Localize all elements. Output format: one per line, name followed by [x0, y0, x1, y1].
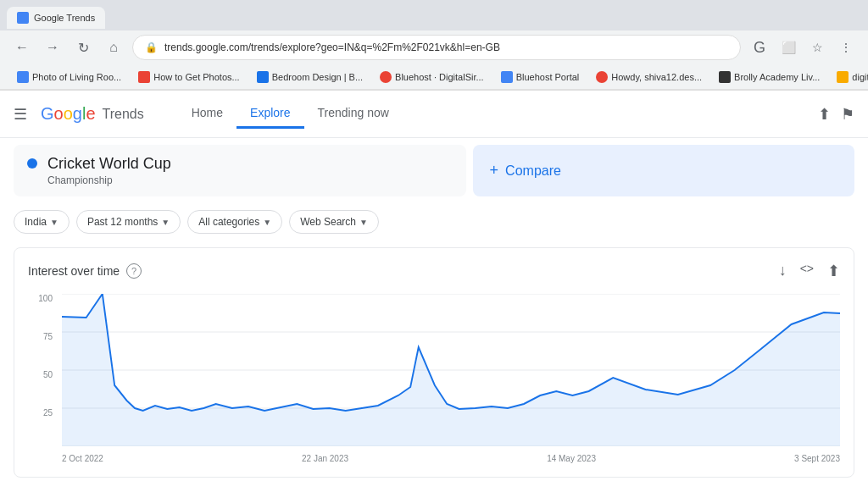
filter-country[interactable]: India ▼: [14, 210, 70, 234]
bookmark-icon: [501, 71, 513, 83]
bookmark-howdy[interactable]: Howdy, shiva12.des...: [589, 69, 709, 85]
share-chart-icon[interactable]: ⬆: [827, 262, 840, 280]
filter-time-label: Past 12 months: [87, 216, 158, 228]
bookmark-label: Photo of Living Roo...: [32, 72, 121, 82]
address-text: trends.google.com/trends/explore?geo=IN&…: [164, 41, 728, 53]
bookmark-icon: [596, 71, 608, 83]
tab-bar: Google Trends: [0, 0, 868, 30]
bookmark-label: digital marketing: [852, 72, 868, 82]
google-logo: Google: [41, 104, 96, 124]
chevron-down-icon: ▼: [359, 218, 368, 227]
extensions-button[interactable]: ⬜: [776, 36, 800, 59]
chart-section: Interest over time ? ↓ <> ⬆ 100 75 50 25: [14, 247, 854, 478]
chevron-down-icon: ▼: [263, 218, 271, 227]
filter-country-label: India: [25, 216, 47, 228]
bookmark-brolly[interactable]: Brolly Academy Liv...: [712, 69, 826, 85]
lock-icon: 🔒: [145, 41, 158, 53]
share-icon[interactable]: ⬆: [818, 105, 831, 124]
browser-chrome: Google Trends ← → ↻ ⌂ 🔒 trends.google.co…: [0, 0, 868, 91]
topic-dot: [27, 158, 37, 169]
back-button[interactable]: ←: [10, 36, 34, 59]
compare-label: Compare: [505, 163, 561, 179]
x-label-may: 14 May 2023: [547, 454, 596, 463]
chart-action-icons: ↓ <> ⬆: [779, 262, 840, 280]
download-icon[interactable]: ↓: [779, 262, 787, 280]
chart-svg: [62, 294, 840, 446]
x-label-oct: 2 Oct 2022: [62, 454, 103, 463]
bookmark-label: Brolly Academy Liv...: [734, 72, 820, 82]
forward-button[interactable]: →: [41, 36, 64, 59]
chart-area: 100 75 50 25 2: [28, 294, 840, 463]
bookmark-icon: [138, 71, 150, 83]
bookmark-icon: [380, 71, 392, 83]
chart-title-area: Interest over time ?: [28, 263, 142, 279]
x-label-jan: 22 Jan 2023: [302, 454, 348, 463]
bookmarks-bar: Photo of Living Roo... How to Get Photos…: [0, 64, 868, 90]
top-row: Cricket World Cup Championship + Compare: [14, 145, 854, 196]
address-bar[interactable]: 🔒 trends.google.com/trends/explore?geo=I…: [132, 35, 741, 60]
bookmark-icon: [837, 71, 849, 83]
nav-home[interactable]: Home: [178, 99, 236, 129]
bookmark-digital[interactable]: digital marketing: [830, 69, 868, 85]
chart-title-text: Interest over time: [28, 264, 120, 278]
nav-icons: G ⬜ ☆ ⋮: [748, 36, 858, 59]
y-label-100: 100: [38, 294, 53, 303]
google-account-button[interactable]: G: [748, 36, 771, 59]
chart-header: Interest over time ? ↓ <> ⬆: [28, 262, 840, 280]
topic-info: Cricket World Cup Championship: [47, 155, 171, 186]
nav-explore[interactable]: Explore: [236, 99, 303, 129]
menu-hamburger[interactable]: ☰: [14, 105, 27, 124]
y-label-50: 50: [43, 370, 53, 379]
bookmark-label: Howdy, shiva12.des...: [611, 72, 702, 82]
x-label-sept: 3 Sept 2023: [794, 454, 840, 463]
topic-card: Cricket World Cup Championship: [14, 145, 466, 196]
bookmark-icon: [17, 71, 29, 83]
bookmark-icon: [719, 71, 731, 83]
chevron-down-icon: ▼: [50, 218, 58, 227]
filters-row: India ▼ Past 12 months ▼ All categories …: [0, 203, 868, 240]
bookmark-label: Bluehost · DigitalSir...: [395, 72, 484, 82]
embed-icon[interactable]: <>: [800, 262, 814, 280]
bookmark-bedroom[interactable]: Bedroom Design | B...: [250, 69, 370, 85]
page-content: ☰ Google Trends Home Explore Trending no…: [0, 91, 868, 492]
chevron-down-icon: ▼: [161, 218, 170, 227]
help-icon[interactable]: ?: [126, 263, 142, 279]
home-button[interactable]: ⌂: [102, 36, 125, 59]
tab-favicon: [17, 12, 29, 24]
tab-title: Google Trends: [34, 13, 95, 23]
filter-category[interactable]: All categories ▼: [187, 210, 282, 234]
filter-category-label: All categories: [198, 216, 259, 228]
compare-plus-icon: +: [490, 162, 499, 180]
gt-header: ☰ Google Trends Home Explore Trending no…: [0, 91, 868, 138]
refresh-button[interactable]: ↻: [71, 36, 95, 59]
compare-card[interactable]: + Compare: [473, 145, 854, 196]
y-axis: 100 75 50 25: [28, 294, 58, 446]
bookmark-label: How to Get Photos...: [153, 72, 240, 82]
filter-search-type[interactable]: Web Search ▼: [289, 210, 379, 234]
bookmark-bluehost[interactable]: Bluehost · DigitalSir...: [373, 69, 491, 85]
nav-bar: ← → ↻ ⌂ 🔒 trends.google.com/trends/explo…: [0, 30, 868, 64]
bookmark-icon: [257, 71, 269, 83]
gt-header-right: ⬆ ⚑: [818, 105, 854, 124]
bookmark-photo[interactable]: Photo of Living Roo...: [10, 69, 128, 85]
filter-search-label: Web Search: [300, 216, 356, 228]
topic-subtitle: Championship: [47, 174, 171, 186]
gt-logo: Google Trends: [41, 104, 144, 124]
active-tab[interactable]: Google Trends: [7, 7, 105, 29]
y-label-25: 25: [43, 408, 53, 417]
y-label-75: 75: [43, 332, 53, 341]
gt-nav: Home Explore Trending now: [178, 99, 403, 129]
bookmark-bluehost-portal[interactable]: Bluehost Portal: [494, 69, 587, 85]
nav-trending[interactable]: Trending now: [304, 99, 403, 129]
x-axis: 2 Oct 2022 22 Jan 2023 14 May 2023 3 Sep…: [62, 454, 840, 463]
bookmark-button[interactable]: ☆: [805, 36, 829, 59]
trends-label: Trends: [103, 107, 144, 122]
bookmark-label: Bluehost Portal: [516, 72, 580, 82]
more-button[interactable]: ⋮: [834, 36, 858, 59]
feedback-icon[interactable]: ⚑: [841, 105, 854, 124]
filter-time[interactable]: Past 12 months ▼: [76, 210, 181, 234]
topic-name: Cricket World Cup: [47, 155, 171, 173]
bookmark-label: Bedroom Design | B...: [272, 72, 363, 82]
bookmark-photos[interactable]: How to Get Photos...: [131, 69, 247, 85]
